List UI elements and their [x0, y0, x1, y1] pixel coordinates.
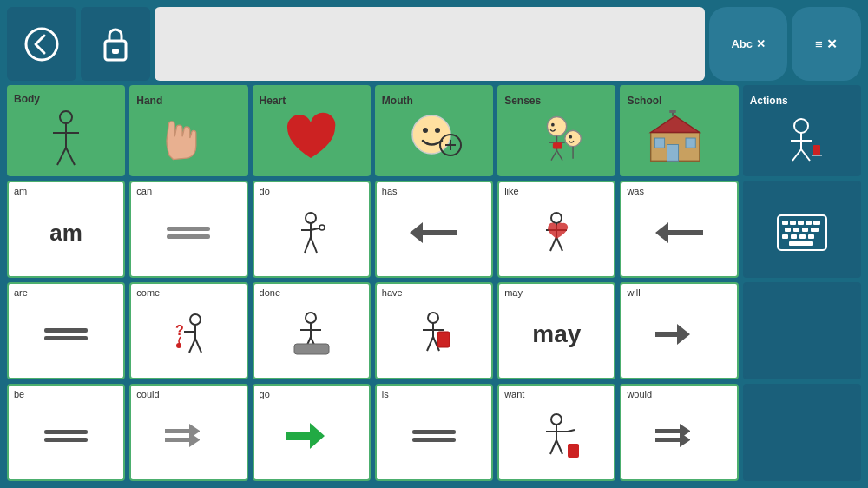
svg-rect-55	[798, 221, 804, 225]
svg-point-90	[551, 414, 562, 425]
lock-button[interactable]	[81, 7, 150, 81]
svg-rect-56	[806, 221, 812, 225]
svg-rect-20	[553, 142, 562, 148]
svg-line-49	[550, 237, 556, 251]
category-mouth[interactable]: Mouth	[375, 85, 493, 176]
svg-point-22	[569, 135, 572, 139]
svg-marker-86	[655, 324, 690, 345]
vocab-would[interactable]: would	[620, 384, 738, 481]
vocab-are[interactable]: are	[7, 282, 125, 379]
vocab-could[interactable]: could	[129, 384, 247, 481]
vocab-come[interactable]: come ?	[129, 282, 247, 379]
keyboard-button[interactable]	[743, 181, 861, 278]
body-icon	[44, 109, 88, 169]
category-heart[interactable]: Heart	[253, 85, 371, 176]
svg-point-42	[319, 225, 325, 230]
svg-line-18	[551, 150, 557, 160]
svg-rect-65	[808, 234, 814, 239]
svg-point-10	[435, 128, 440, 133]
svg-point-73	[176, 343, 181, 348]
senses-label: Senses	[501, 95, 541, 107]
svg-rect-64	[799, 234, 806, 239]
main-container: Abc ✕ ≡ ✕ Body Hand Heart	[0, 0, 868, 488]
svg-point-80	[428, 313, 438, 323]
svg-rect-85	[437, 332, 450, 347]
svg-rect-96	[568, 444, 579, 458]
svg-line-71	[195, 339, 201, 353]
svg-line-19	[556, 150, 562, 160]
vocab-want[interactable]: want	[497, 384, 615, 481]
heart-label: Heart	[256, 95, 286, 107]
svg-point-31	[794, 119, 808, 133]
vocab-like[interactable]: like	[497, 181, 615, 278]
svg-rect-2	[112, 49, 119, 54]
abc-button[interactable]: Abc ✕	[709, 7, 787, 81]
vocab-go[interactable]: go	[253, 384, 371, 481]
svg-marker-89	[286, 423, 325, 449]
svg-line-83	[427, 337, 433, 351]
svg-rect-54	[790, 221, 796, 225]
back-button[interactable]	[7, 7, 76, 81]
svg-line-94	[550, 440, 556, 454]
vocab-has[interactable]: has	[375, 181, 493, 278]
actions-label: Actions	[746, 95, 788, 107]
svg-point-67	[190, 314, 201, 325]
hand-icon	[158, 110, 219, 167]
svg-rect-57	[813, 221, 820, 225]
svg-rect-60	[802, 228, 808, 232]
svg-rect-59	[793, 228, 799, 232]
vocab-was[interactable]: was	[620, 181, 738, 278]
school-label: School	[623, 95, 661, 107]
svg-line-35	[801, 149, 810, 161]
category-row: Body Hand Heart Mouth	[7, 85, 861, 176]
vocab-may[interactable]: may may	[497, 282, 615, 379]
svg-rect-62	[782, 234, 788, 239]
svg-point-15	[551, 123, 555, 127]
svg-line-93	[568, 430, 575, 432]
vocab-will[interactable]: will	[620, 282, 738, 379]
vocab-row-3: be could go	[7, 384, 861, 481]
svg-line-43	[305, 237, 311, 253]
vocab-have[interactable]: have	[375, 282, 493, 379]
vocab-done[interactable]: done	[253, 282, 371, 379]
menu-button[interactable]: ≡ ✕	[792, 7, 861, 81]
svg-marker-51	[655, 222, 703, 243]
vocab-empty-1	[743, 282, 861, 379]
category-body[interactable]: Body	[7, 85, 125, 176]
vocab-be[interactable]: be	[7, 384, 125, 481]
svg-text:?: ?	[175, 323, 184, 338]
category-school[interactable]: School	[620, 85, 738, 176]
vocab-can[interactable]: can	[129, 181, 247, 278]
vocab-row-1: am am can do	[7, 181, 861, 278]
category-senses[interactable]: Senses	[497, 85, 615, 176]
vocab-is[interactable]: is	[375, 384, 493, 481]
svg-point-38	[306, 213, 316, 223]
svg-point-0	[26, 29, 57, 60]
svg-line-50	[556, 237, 562, 251]
svg-point-14	[547, 116, 566, 135]
vocab-am[interactable]: am am	[7, 181, 125, 278]
category-actions[interactable]: Actions	[743, 85, 861, 176]
svg-line-44	[311, 237, 317, 253]
svg-rect-36	[813, 145, 820, 155]
body-label: Body	[10, 93, 40, 105]
vocab-empty-2	[743, 384, 861, 481]
svg-rect-66	[789, 241, 813, 246]
category-hand[interactable]: Hand	[129, 85, 247, 176]
vocab-row-2: are come ?	[7, 282, 861, 379]
senses-icon	[529, 110, 585, 167]
svg-line-34	[792, 149, 801, 161]
svg-point-21	[565, 130, 582, 147]
vocab-do[interactable]: do	[253, 181, 371, 278]
svg-line-6	[57, 148, 66, 165]
svg-point-3	[60, 111, 72, 123]
svg-rect-53	[782, 221, 788, 225]
svg-marker-25	[651, 116, 700, 133]
mouth-label: Mouth	[378, 95, 413, 107]
svg-line-41	[311, 228, 319, 230]
svg-point-8	[412, 115, 450, 154]
text-display	[155, 7, 705, 81]
svg-rect-58	[785, 228, 791, 232]
svg-marker-45	[410, 222, 457, 243]
mouth-icon	[405, 110, 462, 167]
